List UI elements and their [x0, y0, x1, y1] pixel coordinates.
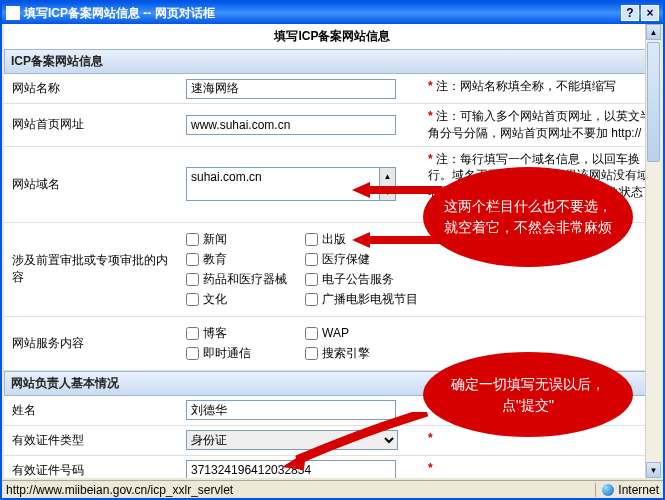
cb-film[interactable]: 广播电影电视节目	[305, 291, 418, 308]
cb-search[interactable]: 搜索引擎	[305, 345, 418, 362]
arrow-icon-1	[352, 180, 442, 200]
scroll-up-icon[interactable]: ▲	[646, 24, 661, 40]
label-id-number: 有效证件号码	[4, 456, 182, 478]
cb-bbs[interactable]: 电子公告服务	[305, 271, 418, 288]
label-service-content: 网站服务内容	[4, 317, 182, 370]
note-site-name: * 注：网站名称填全称，不能填缩写	[422, 74, 661, 103]
arrow-icon-3	[282, 412, 432, 472]
status-bar: http://www.miibeian.gov.cn/icp_xxlr_serv…	[2, 480, 663, 498]
status-zone: Internet	[618, 483, 659, 497]
cb-drug[interactable]: 药品和医疗器械	[186, 271, 299, 288]
label-site-url: 网站首页网址	[4, 104, 182, 146]
label-id-type: 有效证件类型	[4, 426, 182, 455]
globe-icon	[602, 484, 614, 496]
page-heading: 填写ICP备案网站信息	[4, 24, 661, 49]
label-site-domain: 网站域名	[4, 147, 182, 222]
cb-edu[interactable]: 教育	[186, 251, 299, 268]
label-site-name: 网站名称	[4, 74, 182, 103]
input-site-url[interactable]	[186, 115, 396, 135]
scroll-down-icon[interactable]: ▼	[646, 462, 661, 478]
app-icon	[6, 6, 20, 20]
annotation-callout-1: 这两个栏目什么也不要选，就空着它，不然会非常麻烦	[423, 167, 633, 267]
cb-health[interactable]: 医疗保健	[305, 251, 418, 268]
help-button[interactable]: ?	[621, 5, 639, 21]
svg-marker-1	[352, 232, 442, 248]
cb-blog[interactable]: 博客	[186, 325, 299, 342]
svg-marker-2	[282, 452, 306, 470]
scroll-thumb[interactable]	[647, 42, 660, 162]
label-pre-approval: 涉及前置审批或专项审批的内容	[4, 223, 182, 316]
status-url: http://www.miibeian.gov.cn/icp_xxlr_serv…	[6, 483, 589, 497]
cb-im[interactable]: 即时通信	[186, 345, 299, 362]
vertical-scrollbar[interactable]: ▲ ▼	[645, 24, 661, 478]
title-bar: 填写ICP备案网站信息 -- 网页对话框 ? ×	[2, 2, 663, 24]
section-icp-info: ICP备案网站信息	[4, 49, 661, 74]
note-site-url: * 注：可输入多个网站首页网址，以英文半角分号分隔，网站首页网址不要加 http…	[422, 104, 661, 146]
input-site-name[interactable]	[186, 79, 396, 99]
svg-marker-0	[352, 182, 442, 198]
label-principal-name: 姓名	[4, 396, 182, 425]
close-button[interactable]: ×	[641, 5, 659, 21]
cb-culture[interactable]: 文化	[186, 291, 299, 308]
window-title: 填写ICP备案网站信息 -- 网页对话框	[24, 5, 619, 22]
cb-news[interactable]: 新闻	[186, 231, 299, 248]
annotation-callout-2: 确定一切填写无误以后，点"提交"	[423, 352, 633, 437]
cb-wap[interactable]: WAP	[305, 325, 418, 342]
arrow-icon-2	[352, 230, 442, 250]
